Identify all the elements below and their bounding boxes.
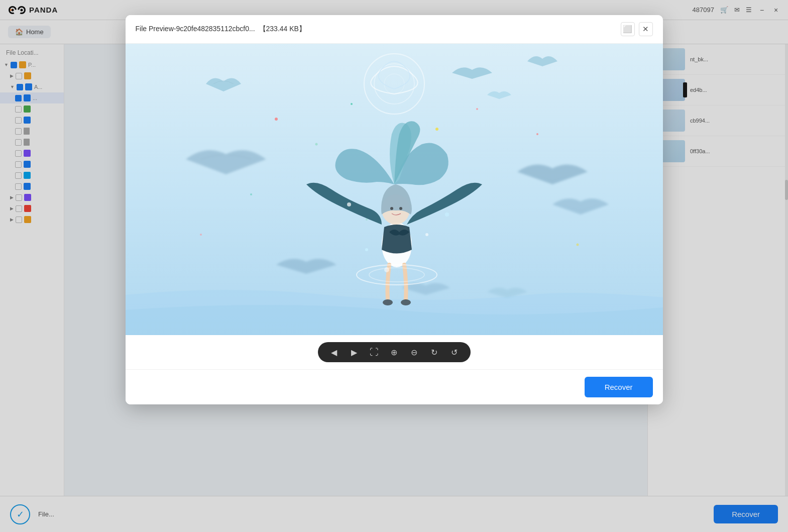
- modal-footer: Recover: [126, 369, 663, 404]
- svg-point-32: [384, 267, 389, 272]
- zoom-in-icon: ⊕: [391, 348, 397, 357]
- maximize-icon: ⬜: [623, 25, 632, 34]
- prev-button[interactable]: ◀: [328, 346, 340, 358]
- svg-point-18: [250, 193, 252, 195]
- toolbar-inner: ◀ ▶ ⛶ ⊕ ⊖ ↻ ↺: [318, 342, 471, 362]
- preview-modal: File Preview-9c20fe482835112cbcf0... 【23…: [126, 15, 663, 404]
- svg-point-14: [435, 128, 438, 131]
- preview-image-svg: [126, 44, 663, 335]
- modal-header-buttons: ⬜ ✕: [621, 22, 653, 36]
- preview-title-text: File Preview-9c20fe482835112cbcf0...: [136, 25, 255, 33]
- svg-point-13: [351, 103, 353, 105]
- svg-point-30: [347, 202, 351, 206]
- fullscreen-button[interactable]: ⛶: [368, 346, 380, 358]
- svg-point-16: [315, 143, 317, 146]
- zoom-out-icon: ⊖: [411, 348, 417, 357]
- svg-point-25: [399, 207, 402, 210]
- modal-title: File Preview-9c20fe482835112cbcf0... 【23…: [136, 25, 306, 34]
- preview-toolbar: ◀ ▶ ⛶ ⊕ ⊖ ↻ ↺: [126, 335, 663, 369]
- rotate-cw-button[interactable]: ↻: [428, 346, 440, 358]
- maximize-button[interactable]: ⬜: [621, 22, 635, 36]
- svg-point-17: [536, 133, 538, 135]
- next-icon: ▶: [351, 348, 357, 357]
- svg-point-33: [365, 248, 368, 251]
- next-button[interactable]: ▶: [348, 346, 360, 358]
- prev-icon: ◀: [331, 348, 337, 357]
- svg-point-19: [576, 244, 579, 246]
- modal-overlay: File Preview-9c20fe482835112cbcf0... 【23…: [0, 0, 788, 532]
- rotate-cw-icon: ↻: [431, 348, 437, 357]
- modal-header: File Preview-9c20fe482835112cbcf0... 【23…: [126, 15, 663, 44]
- svg-point-21: [366, 219, 368, 221]
- rotate-ccw-button[interactable]: ↺: [448, 346, 461, 358]
- close-icon: ✕: [642, 25, 649, 34]
- preview-file-size: 【233.44 KB】: [259, 25, 306, 33]
- recover-modal-button[interactable]: Recover: [585, 377, 653, 397]
- zoom-out-button[interactable]: ⊖: [408, 346, 420, 358]
- svg-point-24: [390, 207, 393, 210]
- preview-image-area: [126, 44, 663, 335]
- svg-point-15: [476, 108, 478, 110]
- modal-close-button[interactable]: ✕: [639, 22, 653, 36]
- zoom-in-button[interactable]: ⊕: [388, 346, 400, 358]
- rotate-ccw-icon: ↺: [451, 348, 458, 357]
- svg-point-12: [275, 118, 278, 121]
- svg-point-20: [200, 234, 202, 236]
- fullscreen-icon: ⛶: [370, 347, 379, 358]
- svg-point-34: [445, 212, 449, 217]
- svg-point-31: [425, 233, 428, 236]
